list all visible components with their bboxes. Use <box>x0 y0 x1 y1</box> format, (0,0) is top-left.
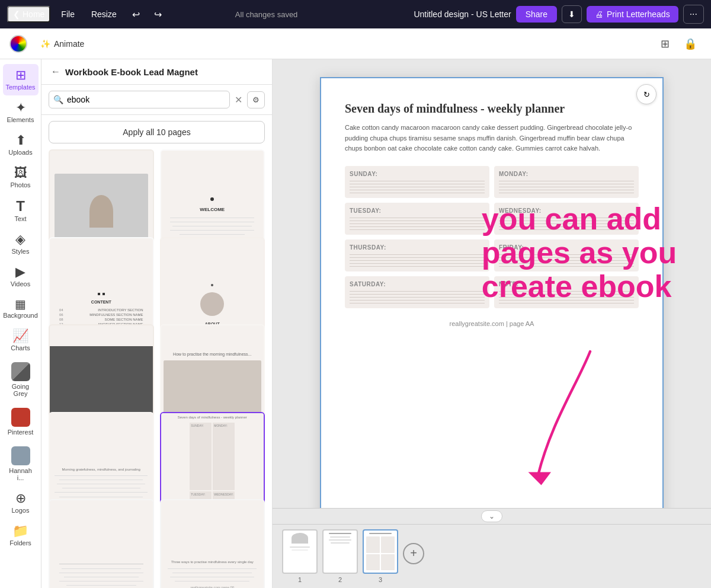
pinterest-label: Pinterest <box>8 429 33 436</box>
day-cell-friday: FRIDAY: <box>494 239 639 271</box>
day-label-wednesday: WEDNESDAY: <box>499 207 634 214</box>
sidebar-item-logos[interactable]: ⊕ Logos <box>3 487 39 519</box>
uploads-label: Uploads <box>8 149 32 156</box>
annotation-arrow <box>499 343 629 491</box>
sparkle-icon: ✨ <box>40 39 50 49</box>
template-thumb-10[interactable]: Three ways to practise mindfulness every… <box>160 499 265 588</box>
chevron-left-icon: ❮ <box>13 9 20 19</box>
add-page-button[interactable]: + <box>403 543 424 564</box>
logos-label: Logos <box>12 507 30 514</box>
left-sidebar: ⊞ Templates ✦ Elements ⬆ Uploads 🖼 Photo… <box>0 59 41 588</box>
search-bar: 🔍 ✕ ⚙ <box>41 85 272 115</box>
apply-all-button[interactable]: Apply all 10 pages <box>49 121 265 143</box>
lock-button[interactable]: 🔒 <box>679 35 702 53</box>
page-num-2: 2 <box>338 576 342 583</box>
going-grey-label: Going Grey <box>5 383 36 397</box>
page-thumb-wrap-3: 3 <box>363 529 398 583</box>
sidebar-item-going-grey[interactable]: Going Grey <box>3 357 39 402</box>
page-title: Seven days of mindfulness - weekly plann… <box>345 102 639 116</box>
text-label: Text <box>14 215 26 222</box>
grid-view-button[interactable]: ⊞ <box>656 35 674 53</box>
background-icon: ▦ <box>15 298 26 310</box>
day-cell-tuesday: TUESDAY: <box>345 203 489 235</box>
share-button[interactable]: Share <box>516 6 557 23</box>
day-cell-saturday: SATURDAY: <box>345 276 489 308</box>
color-palette-button[interactable] <box>9 35 27 53</box>
canvas-page: ↻ Seven days of mindfulness - weekly pla… <box>320 77 664 508</box>
going-grey-thumb <box>11 362 30 381</box>
collapse-button[interactable]: ⌄ <box>481 510 502 522</box>
search-input[interactable] <box>49 91 230 108</box>
page-thumb-wrap-1: 1 <box>282 529 318 583</box>
sidebar-item-pinterest[interactable]: Pinterest <box>3 403 39 440</box>
file-menu-button[interactable]: File <box>55 7 81 21</box>
search-input-wrap: 🔍 <box>49 91 230 108</box>
template-thumb-9[interactable] <box>49 499 154 588</box>
canvas-scroll[interactable]: ↻ Seven days of mindfulness - weekly pla… <box>273 59 711 508</box>
logos-icon: ⊕ <box>15 492 26 505</box>
day-cell-note: NOTE: <box>494 276 639 308</box>
day-label-note: NOTE: <box>499 281 634 287</box>
day-label-saturday: SATURDAY: <box>350 281 485 287</box>
animate-label: Animate <box>54 39 84 49</box>
home-label: Home <box>23 9 44 19</box>
page-footer: reallygreatsite.com | page AA <box>345 320 639 327</box>
template-grid: WELCOME CLICK HERE <box>41 149 272 588</box>
hannah-label: Hannah i... <box>5 467 36 481</box>
download-button[interactable]: ⬇ <box>562 5 582 23</box>
photos-icon: 🖼 <box>14 167 27 180</box>
second-bar-right: ⊞ 🔒 <box>656 35 702 53</box>
templates-icon: ⊞ <box>15 69 26 82</box>
text-icon: T <box>16 199 25 213</box>
template-panel: ← Workbook E-book Lead Magnet 🔍 ✕ ⚙ Appl… <box>41 59 273 588</box>
day-label-thursday: THURSDAY: <box>350 244 485 251</box>
svg-marker-0 <box>528 472 551 485</box>
sidebar-item-videos[interactable]: ▶ Videos <box>3 261 39 292</box>
charts-label: Charts <box>11 344 30 351</box>
sidebar-item-text[interactable]: T Text <box>3 194 39 227</box>
panel-title: Workbook E-book Lead Magnet <box>65 67 198 77</box>
save-status: All changes saved <box>124 10 409 19</box>
sidebar-item-folders[interactable]: 📁 Folders <box>3 520 39 551</box>
sidebar-item-elements[interactable]: ✦ Elements <box>3 97 39 128</box>
reload-button[interactable]: ↻ <box>636 84 656 104</box>
clear-search-button[interactable]: ✕ <box>235 94 242 106</box>
printer-icon: 🖨 <box>595 9 603 19</box>
sidebar-item-uploads[interactable]: ⬆ Uploads <box>3 129 39 161</box>
back-button[interactable]: ← <box>51 66 60 77</box>
day-label-tuesday: TUESDAY: <box>350 207 485 214</box>
design-title: Untitled design - US Letter <box>414 9 511 19</box>
print-button[interactable]: 🖨 Print Letterheads <box>587 6 678 23</box>
sidebar-item-photos[interactable]: 🖼 Photos <box>3 162 39 193</box>
animate-button[interactable]: ✨ Animate <box>34 36 90 52</box>
sidebar-item-templates[interactable]: ⊞ Templates <box>3 64 39 95</box>
hannah-thumb <box>11 446 30 465</box>
pinterest-thumb <box>11 408 30 427</box>
sidebar-item-styles[interactable]: ◈ Styles <box>3 228 39 260</box>
page-thumb-1[interactable] <box>282 529 318 574</box>
filter-button[interactable]: ⚙ <box>247 91 265 108</box>
resize-button[interactable]: Resize <box>85 7 123 21</box>
page-thumb-3[interactable] <box>363 529 398 574</box>
day-cell-monday: MONDAY: <box>494 166 639 198</box>
uploads-icon: ⬆ <box>15 134 26 147</box>
sidebar-item-background[interactable]: ▦ Background <box>3 293 39 324</box>
videos-icon: ▶ <box>15 266 25 279</box>
sidebar-item-charts[interactable]: 📈 Charts <box>3 325 39 356</box>
sidebar-item-hannah[interactable]: Hannah i... <box>3 442 39 486</box>
day-cell-thursday: THURSDAY: <box>345 239 489 271</box>
elements-label: Elements <box>7 116 34 123</box>
day-label-friday: FRIDAY: <box>499 244 634 251</box>
more-options-button[interactable]: ··· <box>683 5 704 24</box>
canvas-area: ↻ Seven days of mindfulness - weekly pla… <box>273 59 711 588</box>
search-icon: 🔍 <box>53 95 63 104</box>
folders-icon: 📁 <box>12 525 28 538</box>
templates-label: Templates <box>5 84 35 91</box>
folders-label: Folders <box>9 539 31 547</box>
page-thumb-2[interactable] <box>322 529 358 574</box>
day-cell-sunday: SUNDAY: <box>345 166 489 198</box>
bottom-collapse-bar: ⌄ <box>273 508 711 524</box>
charts-icon: 📈 <box>12 330 28 343</box>
back-home-button[interactable]: ❮ Home <box>7 6 50 23</box>
styles-label: Styles <box>12 248 30 255</box>
